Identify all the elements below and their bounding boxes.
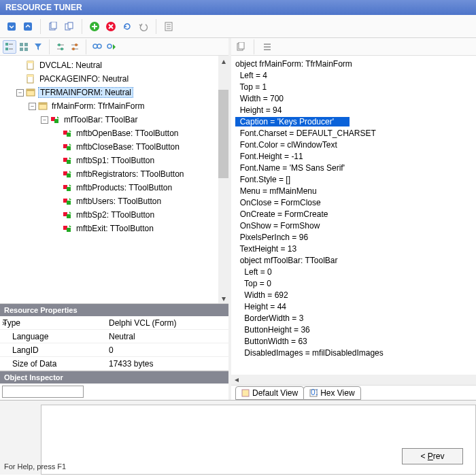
scroll-left-icon[interactable]: ◂	[231, 375, 241, 385]
file-icon	[26, 61, 35, 70]
tree-node[interactable]: mftbProducts: TToolButton	[0, 181, 228, 194]
svg-rect-19	[24, 48, 28, 51]
tree-node-label: frMainForm: TfrMainForm	[50, 101, 146, 112]
svg-rect-36	[27, 89, 35, 91]
scroll-down-icon[interactable]: ▾	[218, 293, 228, 303]
footer-panel: < Prev For Help, press F1	[0, 400, 476, 475]
tab-hex-view[interactable]: 01 Hex View	[303, 386, 360, 400]
copy-code-icon[interactable]	[234, 40, 248, 54]
svg-point-25	[75, 44, 78, 46]
svg-rect-52	[67, 201, 71, 205]
property-key: Language	[0, 332, 109, 341]
expand-toggle-icon[interactable]: −	[41, 116, 48, 124]
code-line: ButtonHeight = 36	[235, 324, 472, 336]
toolbar-separator	[254, 39, 254, 54]
copy-multi-icon[interactable]	[62, 19, 77, 34]
inspector-header: Object Inspector	[0, 371, 228, 384]
lines-icon[interactable]	[260, 40, 274, 54]
delete-red-icon[interactable]	[103, 19, 118, 34]
tree-node[interactable]: mftbSp2: TToolButton	[0, 208, 228, 222]
code-line: OnShow = FormShow	[235, 220, 472, 232]
properties-icon[interactable]	[161, 19, 176, 34]
tree-node[interactable]: mftbSp1: TToolButton	[0, 154, 228, 167]
main-toolbar	[0, 15, 476, 38]
property-value: Delphi VCL (Form)	[109, 318, 228, 328]
resource-tree[interactable]: DVCLAL: NeutralPACKAGEINFO: Neutral−TFRM…	[0, 56, 228, 256]
tree-node[interactable]: −mfToolBar: TToolBar	[0, 113, 228, 126]
scroll-thumb[interactable]	[218, 90, 228, 178]
code-line: Left = 0	[235, 267, 472, 278]
svg-rect-34	[27, 75, 33, 77]
svg-rect-44	[67, 146, 71, 150]
tree-node[interactable]: DVCLAL: Neutral	[0, 58, 228, 72]
tab-label: Hex View	[320, 388, 354, 398]
property-key: Type	[0, 318, 109, 328]
expand-toggle-icon[interactable]: −	[29, 103, 36, 110]
property-row[interactable]: Size of Data17433 bytes	[0, 357, 228, 371]
arrow-up-icon[interactable]	[20, 19, 35, 34]
comp-icon	[63, 197, 72, 206]
tree-node[interactable]: PACKAGEINFO: Neutral	[0, 72, 228, 86]
copy-icon[interactable]	[46, 19, 61, 34]
svg-rect-18	[20, 48, 23, 51]
code-line: Font.Height = -11	[235, 151, 472, 163]
property-row[interactable]: TypeDelphi VCL (Form)	[0, 316, 228, 330]
comp-icon	[63, 183, 72, 192]
code-line: Top = 1	[235, 82, 472, 93]
filter-icon[interactable]	[31, 40, 45, 54]
property-row[interactable]: LangID0	[0, 343, 228, 357]
arrow-down-icon[interactable]	[4, 19, 19, 34]
tree-scrollbar-vertical[interactable]: ▴ ▾	[218, 56, 228, 303]
grid-view-icon[interactable]	[17, 40, 31, 54]
code-line: object mfToolBar: TToolBar	[235, 255, 472, 267]
svg-point-23	[61, 48, 63, 50]
code-line: Height = 44	[235, 301, 472, 313]
svg-rect-48	[67, 173, 71, 177]
prev-button[interactable]: < Prev	[402, 448, 463, 464]
svg-rect-40	[54, 119, 58, 123]
tree-node[interactable]: −frMainForm: TfrMainForm	[0, 99, 228, 113]
add-green-icon[interactable]	[87, 19, 102, 34]
code-line: OnClose = FormClose	[235, 197, 472, 209]
tab-default-view[interactable]: Default View	[235, 386, 304, 400]
tree-node[interactable]: mftbExit: TToolButton	[0, 222, 228, 235]
tree-node-label: mftbSp2: TToolButton	[75, 209, 156, 220]
refresh-icon[interactable]	[120, 19, 135, 34]
scroll-up-icon[interactable]: ▴	[218, 56, 228, 66]
svg-rect-32	[27, 61, 33, 63]
find-next-icon[interactable]	[105, 40, 118, 54]
svg-rect-3	[51, 22, 56, 29]
inspector-combo[interactable]	[2, 386, 84, 398]
properties-header: Resource Properties	[0, 304, 228, 316]
slider1-icon[interactable]	[54, 40, 67, 54]
tree-view-icon[interactable]	[3, 40, 16, 54]
view-tabs: Default View 01 Hex View	[231, 385, 476, 400]
comp-icon	[63, 142, 72, 152]
tree-node-label: DVCLAL: Neutral	[38, 60, 103, 71]
code-line: DisabledImages = mfilDisabledImages	[235, 347, 472, 359]
tree-node[interactable]: mftbUsers: TToolButton	[0, 194, 228, 208]
svg-rect-42	[67, 133, 71, 137]
property-key: Size of Data	[0, 359, 109, 369]
tree-node[interactable]: mftbRegistrators: TToolButton	[0, 167, 228, 181]
code-scrollbar-horizontal[interactable]: ◂	[231, 375, 476, 385]
tree-node[interactable]: mftbCloseBase: TToolButton	[0, 140, 228, 154]
expand-toggle-icon[interactable]: −	[16, 89, 24, 97]
tree-toolbar	[0, 38, 228, 56]
code-view[interactable]: object frMainForm: TfrMainForm Left = 4 …	[231, 56, 476, 385]
tree-node-label: mftbCloseBase: TToolButton	[75, 141, 181, 152]
undo-icon[interactable]	[136, 19, 151, 34]
tree-node[interactable]: −TFRMAINFORM: Neutral	[0, 86, 228, 99]
slider2-icon[interactable]	[68, 40, 82, 54]
svg-rect-46	[67, 160, 71, 164]
form-icon	[26, 88, 35, 97]
code-line: Width = 692	[235, 290, 472, 301]
property-row[interactable]: LanguageNeutral	[0, 330, 228, 343]
comp-icon	[50, 115, 60, 124]
svg-rect-62	[242, 390, 249, 396]
tree-node-label: TFRMAINFORM: Neutral	[38, 87, 133, 98]
svg-point-27	[72, 48, 75, 50]
find-icon[interactable]	[90, 40, 104, 54]
svg-rect-54	[67, 214, 71, 218]
tree-node[interactable]: mftbOpenBase: TToolButton	[0, 126, 228, 140]
